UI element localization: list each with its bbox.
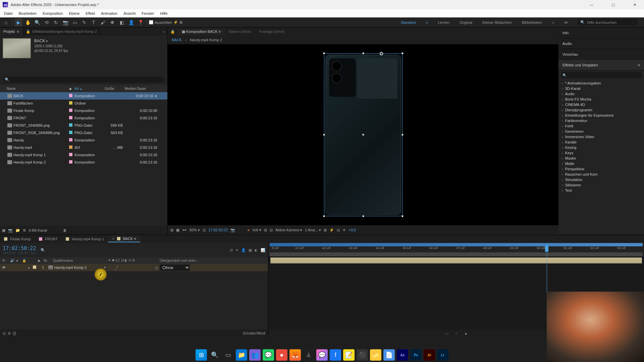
flowchart-icon[interactable]: ▾ bbox=[46, 39, 48, 43]
resolution-dropdown[interactable]: Voll ▾ bbox=[252, 228, 261, 232]
zoom-slider[interactable]: ○ bbox=[455, 331, 458, 335]
facebook-icon[interactable]: f bbox=[330, 349, 341, 361]
tab-menu-icon[interactable]: ≡ bbox=[17, 29, 19, 34]
project-item[interactable]: FRONT Komposition 0:00:13:16 bbox=[0, 114, 167, 122]
layer-visibility-toggle[interactable]: 👁 bbox=[2, 265, 9, 269]
timeline-timecode[interactable]: 17:02:50:22 bbox=[3, 245, 37, 251]
selection-tool[interactable]: ▶ bbox=[14, 18, 22, 26]
toggle-modes-icon[interactable]: ⊚ bbox=[8, 331, 11, 336]
workspace-learn[interactable]: Lernen bbox=[438, 20, 449, 24]
lock-icon[interactable]: 🔒 bbox=[168, 29, 178, 34]
workspace-menu-icon[interactable]: ≡ bbox=[426, 20, 428, 24]
clone-tool[interactable]: ✥ bbox=[108, 18, 116, 26]
project-item[interactable]: Finale Komp Komposition 0:00:10:00 bbox=[0, 107, 167, 114]
menu-hilfe[interactable]: Hilfe bbox=[158, 10, 170, 16]
menu-datei[interactable]: Datei bbox=[1, 10, 15, 16]
task-view-icon[interactable]: ▭ bbox=[222, 349, 234, 361]
workspace-small[interactable]: Kleiner Bildschirm bbox=[482, 20, 512, 24]
graph-icon[interactable]: 📊 bbox=[261, 248, 265, 252]
project-item[interactable]: Handy Komposition 0:00:13:16 bbox=[0, 136, 167, 144]
col-solo-icon[interactable]: ● bbox=[16, 259, 21, 262]
parent-dropdown[interactable]: Ohne bbox=[160, 264, 190, 271]
exposure-value[interactable]: +0,0 bbox=[348, 228, 356, 232]
toggle-in-out-icon[interactable]: {|} bbox=[13, 331, 16, 336]
project-search-input[interactable]: 🔍 bbox=[3, 76, 165, 83]
col-av-icon[interactable]: 👁 bbox=[2, 259, 9, 262]
tab-menu-icon[interactable]: ≡ bbox=[219, 29, 221, 34]
res-icon[interactable]: ⊡ bbox=[203, 228, 206, 232]
maximize-button[interactable]: ▢ bbox=[606, 0, 620, 9]
interpret-icon[interactable]: ▦ bbox=[2, 228, 5, 233]
app-icon-grey[interactable]: ♟ bbox=[303, 349, 314, 361]
panel-audio[interactable]: Audio bbox=[558, 38, 644, 49]
col-art[interactable]: Art▴ bbox=[74, 87, 105, 90]
channel-icon[interactable]: ● bbox=[247, 228, 250, 232]
fast-preview-icon[interactable]: ⚡ bbox=[329, 228, 334, 232]
eraser-tool[interactable]: ◧ bbox=[118, 18, 126, 26]
workspace-overflow-icon[interactable]: » bbox=[552, 20, 554, 24]
bpc-button[interactable]: 8-Bit-Kanal bbox=[29, 228, 47, 232]
hand-tool[interactable]: ✋ bbox=[24, 18, 32, 26]
timeline-search-icon[interactable]: 🔍 bbox=[41, 248, 45, 252]
tab-footage[interactable]: Footage (ohne) bbox=[255, 28, 288, 35]
menu-bearbeiten[interactable]: Bearbeiten bbox=[16, 10, 39, 16]
align-checkbox[interactable] bbox=[149, 20, 153, 24]
panel-menu-icon[interactable]: ≡ bbox=[638, 63, 640, 67]
project-item[interactable]: FRONT_1840886.png PNG-Datei 596 KB bbox=[0, 122, 167, 129]
col-audio-icon[interactable]: 🔊 bbox=[10, 259, 15, 262]
col-source[interactable]: Quellenname bbox=[53, 259, 107, 262]
effect-category[interactable]: ›Matte bbox=[560, 161, 642, 166]
toggle-alpha-icon[interactable]: ▦ bbox=[176, 228, 179, 232]
home-tool[interactable]: ⌂ bbox=[2, 18, 10, 26]
work-area-bar[interactable] bbox=[270, 243, 643, 246]
workspace-original[interactable]: Original bbox=[460, 20, 472, 24]
workspace-libs[interactable]: Bibliotheken bbox=[522, 20, 542, 24]
effect-category[interactable]: ›3D-Kanal bbox=[560, 86, 642, 91]
close-button[interactable]: ✕ bbox=[628, 0, 641, 9]
layer-clip-bar[interactable] bbox=[270, 257, 642, 263]
ai-taskbar-icon[interactable]: Ai bbox=[424, 349, 435, 361]
camera-dropdown[interactable]: Aktive Kamera ▾ bbox=[275, 228, 303, 232]
menu-animation[interactable]: Animation bbox=[98, 10, 120, 16]
tab-composition[interactable]: ▦ Komposition BACK ≡ bbox=[178, 28, 225, 35]
help-search-input[interactable]: 🔍 Hilfe durchsuchen bbox=[578, 19, 638, 25]
toggle-switches-icon[interactable]: ⊡ bbox=[3, 331, 6, 336]
project-item[interactable]: BACK Komposition 0:00:13:16 ⋔ bbox=[0, 92, 167, 100]
effect-category[interactable]: ›Keying bbox=[560, 145, 642, 150]
tab-layer[interactable]: Ebene (ohne) bbox=[225, 28, 255, 35]
tab-project[interactable]: Projekt ≡ bbox=[0, 28, 22, 35]
effect-category[interactable]: ›Generieren bbox=[560, 129, 642, 134]
layer-name[interactable]: Handy.mp4 Komp 2 bbox=[54, 265, 87, 269]
col-size[interactable]: Größe bbox=[105, 87, 125, 90]
whatsapp-icon[interactable]: 💬 bbox=[263, 349, 274, 361]
folder-icon[interactable]: 📁 bbox=[370, 349, 381, 361]
pen-tool[interactable]: ✎ bbox=[80, 18, 88, 26]
new-folder-icon[interactable]: 📁 bbox=[15, 228, 20, 233]
effect-category[interactable]: ›Keys bbox=[560, 150, 642, 156]
taskbar-search-icon[interactable]: 🔍 bbox=[209, 349, 220, 361]
firefox-icon[interactable]: 🦊 bbox=[289, 349, 301, 361]
col-switches[interactable]: ✦ ✱ ⧄ ƒ ⊡ ◐ ⊙ ⊚ bbox=[108, 258, 152, 262]
snap-icon[interactable]: ⚡ bbox=[173, 20, 178, 24]
adjust-icon[interactable]: ⚙ bbox=[23, 228, 26, 233]
effect-category[interactable]: ›Audio bbox=[560, 91, 642, 97]
orbit-tool[interactable]: ⟲ bbox=[43, 18, 51, 26]
messenger-icon[interactable]: 💬 bbox=[316, 349, 328, 361]
tab-effect-controls[interactable]: 🔒 Effekteinstellungen Handy.mp4 Komp 2 bbox=[22, 28, 100, 35]
snap-grid-icon[interactable]: ⊞ bbox=[179, 20, 182, 24]
timeline-icon[interactable]: ⊡ bbox=[337, 228, 340, 232]
menu-ebene[interactable]: Ebene bbox=[66, 10, 82, 16]
minimize-button[interactable]: — bbox=[585, 0, 598, 9]
start-button[interactable]: ⊞ bbox=[196, 349, 207, 361]
project-item[interactable]: Handy.mp4 Komp 2 Komposition 0:00:13:16 bbox=[0, 159, 167, 166]
transparency-icon[interactable]: ⊟ bbox=[264, 228, 267, 232]
effect-category[interactable]: ›Kanäle bbox=[560, 139, 642, 145]
zoom-in-icon[interactable]: ▲ bbox=[464, 331, 468, 335]
twirl-icon[interactable]: ▸ bbox=[28, 265, 32, 270]
notepad-icon[interactable]: 📄 bbox=[383, 349, 395, 361]
effect-category[interactable]: ›Perspektive bbox=[560, 166, 642, 172]
effect-category[interactable]: ›CINEMA 4D bbox=[560, 102, 642, 107]
breadcrumb-root[interactable]: BACK bbox=[172, 38, 182, 42]
effect-category[interactable]: ›Maske bbox=[560, 156, 642, 161]
panel-preview[interactable]: Vorschau bbox=[558, 49, 644, 60]
